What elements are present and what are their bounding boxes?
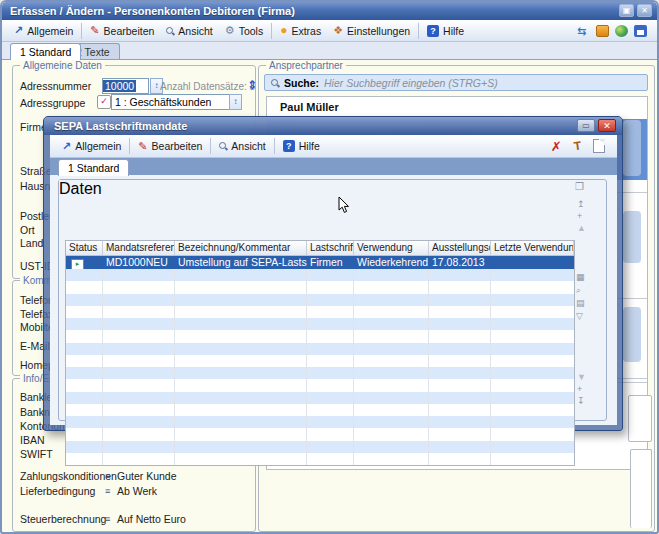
- gridline: [174, 269, 175, 465]
- scroll-up-icon[interactable]: ▲: [577, 223, 586, 233]
- scroll-first-icon[interactable]: ↥: [577, 199, 585, 209]
- land-label: Land: [20, 237, 43, 249]
- grid-icon[interactable]: ▦: [576, 272, 585, 282]
- filter-icon[interactable]: ▽: [576, 311, 583, 321]
- dialog-tabstrip: 1 Standard: [50, 158, 617, 175]
- empty-row: [66, 392, 574, 404]
- dialog-tab-standard[interactable]: 1 Standard: [58, 159, 129, 176]
- adressgruppe-spinner[interactable]: ↕: [229, 94, 242, 110]
- empty-row: [66, 441, 574, 453]
- empty-row: [66, 428, 574, 440]
- lookup-icon[interactable]: ⌕: [576, 285, 581, 295]
- swift-label: SWIFT: [20, 448, 53, 460]
- mandate-cell: [491, 256, 574, 269]
- menu-extras[interactable]: ●Extras: [274, 22, 327, 40]
- menu-hilfe[interactable]: ?Hilfe: [421, 22, 470, 40]
- contact-name: Paul Müller: [280, 101, 339, 113]
- sort-icon[interactable]: ▤: [576, 298, 585, 308]
- empty-row: [66, 294, 574, 306]
- adressgruppe-combobox[interactable]: 1 : Geschäftskunden: [111, 94, 242, 110]
- menu-bearbeiten[interactable]: ✎Bearbeiten: [84, 22, 160, 40]
- mandate-table-body[interactable]: [66, 269, 574, 465]
- group-label: Daten: [59, 180, 102, 197]
- mandate-cell: Umstellung auf SEPA-Lastschrift: [175, 256, 307, 269]
- arrow-icon: ↗: [14, 25, 23, 36]
- group-label: Allgemeine Daten: [20, 60, 105, 71]
- steuerberechnung-value: Auf Netto Euro: [117, 513, 186, 525]
- close-window-button[interactable]: ✕: [637, 4, 652, 17]
- briefcase-icon[interactable]: [596, 25, 609, 37]
- dialog-title: SEPA Lastschriftmandate: [44, 120, 187, 132]
- tab-standard[interactable]: 1 Standard: [10, 43, 81, 60]
- dialog-menu-allgemein[interactable]: ↗Allgemein: [56, 137, 127, 155]
- new-document-icon[interactable]: [593, 139, 605, 153]
- empty-row: [66, 306, 574, 318]
- dialog-menu-ansicht[interactable]: Ansicht: [213, 137, 271, 155]
- column-header[interactable]: Lastschriftart: [307, 241, 354, 255]
- column-header[interactable]: Letzte Verwendung: [491, 241, 574, 255]
- zahlungskonditionen-value: Guter Kunde: [117, 470, 177, 482]
- edit-icon: ✎: [90, 25, 99, 36]
- column-header[interactable]: Ausstellungsdatum: [429, 241, 491, 255]
- dialog-menu-bearbeiten[interactable]: ✎Bearbeiten: [132, 137, 208, 155]
- dialog-menu-hilfe[interactable]: ?Hilfe: [277, 137, 326, 155]
- adressnummer-label: Adressnummer: [20, 80, 91, 92]
- insert-row-icon[interactable]: +: [577, 211, 582, 221]
- empty-row: [66, 330, 574, 342]
- arrow-icon: ↗: [62, 141, 71, 152]
- adressgruppe-label: Adressgruppe: [20, 97, 85, 109]
- menu-tools[interactable]: ⚙Tools: [219, 22, 269, 40]
- contact-search-input[interactable]: Suche: Hier Suchbegriff eingeben (STRG+S…: [264, 74, 648, 91]
- checked-icon[interactable]: ✓: [97, 95, 111, 109]
- mandate-table[interactable]: StatusMandatsreferenzBezeichnung/Komment…: [66, 241, 574, 465]
- adressnummer-input[interactable]: 10000: [102, 78, 149, 94]
- field-link-icon: ≡: [105, 487, 110, 496]
- search-placeholder: Hier Suchbegriff eingeben (STRG+S): [324, 77, 498, 89]
- main-titlebar: Erfassen / Ändern - Personenkonten Debit…: [2, 2, 657, 20]
- settings-icon: ❖: [333, 25, 343, 36]
- column-header[interactable]: Bezeichnung/Kommentar: [175, 241, 307, 255]
- dialog-titlebar[interactable]: SEPA Lastschriftmandate: [44, 117, 622, 135]
- background-panel: [630, 449, 652, 528]
- menu-ansicht[interactable]: Ansicht: [160, 22, 218, 40]
- menu-allgemein[interactable]: ↗Allgemein: [8, 22, 79, 40]
- gridline: [102, 269, 103, 465]
- empty-row: [66, 416, 574, 428]
- append-row-icon[interactable]: +: [577, 384, 582, 394]
- search-icon: [271, 79, 279, 87]
- mandate-row-selected[interactable]: ▸MD1000NEUUmstellung auf SEPA-Lastschrif…: [66, 256, 574, 269]
- scroll-last-icon[interactable]: ↧: [577, 396, 585, 406]
- save-icon[interactable]: [634, 25, 647, 37]
- dialog-menubar: ↗Allgemein ✎Bearbeiten Ansicht ?Hilfe ✗ …: [50, 135, 617, 158]
- restore-window-button[interactable]: ▣: [619, 4, 634, 17]
- record-navigator-icon[interactable]: ⇕: [247, 78, 257, 92]
- mandate-cell: MD1000NEU: [103, 256, 175, 269]
- steuerberechnung-label: Steuerberechnung: [20, 513, 106, 525]
- magnifier-icon: [166, 27, 174, 35]
- help-icon: ?: [283, 140, 295, 152]
- edit-icon: ✎: [138, 141, 147, 152]
- column-header[interactable]: Status: [66, 241, 103, 255]
- column-options-icon[interactable]: ❐: [575, 182, 584, 192]
- gridline: [353, 269, 354, 465]
- menu-einstellungen[interactable]: ❖Einstellungen: [327, 22, 416, 40]
- column-header[interactable]: Verwendung: [354, 241, 429, 255]
- empty-row: [66, 355, 574, 367]
- extras-icon: ●: [280, 25, 287, 36]
- globe-icon[interactable]: [615, 25, 628, 37]
- dialog-close-button[interactable]: ✕: [598, 119, 616, 132]
- lieferbedingung-label: Lieferbedingung: [20, 485, 95, 497]
- delete-icon[interactable]: ✗: [551, 139, 562, 154]
- scroll-down-icon[interactable]: ▼: [577, 372, 586, 382]
- status-cell: ▸: [66, 256, 103, 269]
- empty-row: [66, 318, 574, 330]
- mandate-status-icon: ▸: [71, 259, 84, 269]
- column-header[interactable]: Mandatsreferenz: [103, 241, 175, 255]
- contact-photo-placeholder: [623, 211, 641, 263]
- dialog-restore-button[interactable]: ▭: [577, 119, 595, 132]
- empty-row: [66, 343, 574, 355]
- hammer-icon[interactable]: T: [573, 139, 582, 154]
- empty-row: [66, 379, 574, 391]
- sync-icon[interactable]: ⇆: [577, 25, 590, 37]
- magnifier-icon: [219, 142, 227, 150]
